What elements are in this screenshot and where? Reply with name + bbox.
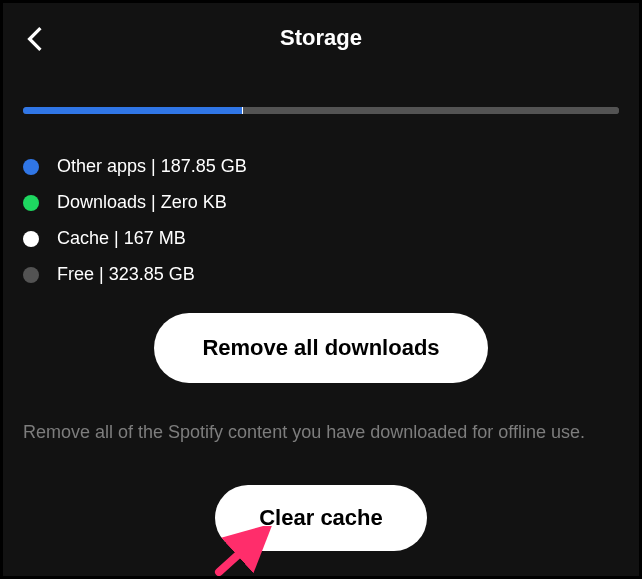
- dot-icon: [23, 231, 39, 247]
- dot-icon: [23, 195, 39, 211]
- clear-cache-button[interactable]: Clear cache: [215, 485, 427, 551]
- legend-label: Downloads | Zero KB: [57, 192, 227, 213]
- back-button[interactable]: [21, 25, 49, 53]
- storage-legend: Other apps | 187.85 GB Downloads | Zero …: [23, 156, 619, 285]
- legend-item-cache: Cache | 167 MB: [23, 228, 619, 249]
- dot-icon: [23, 267, 39, 283]
- legend-label: Cache | 167 MB: [57, 228, 186, 249]
- legend-item-free: Free | 323.85 GB: [23, 264, 619, 285]
- legend-label: Free | 323.85 GB: [57, 264, 195, 285]
- storage-bar: [23, 107, 619, 114]
- storage-bar-free: [243, 107, 619, 114]
- legend-item-other-apps: Other apps | 187.85 GB: [23, 156, 619, 177]
- legend-item-downloads: Downloads | Zero KB: [23, 192, 619, 213]
- storage-bar-other-apps: [23, 107, 242, 114]
- legend-label: Other apps | 187.85 GB: [57, 156, 247, 177]
- dot-icon: [23, 159, 39, 175]
- header: Storage: [3, 3, 639, 57]
- page-title: Storage: [21, 25, 621, 51]
- remove-downloads-description: Remove all of the Spotify content you ha…: [23, 419, 619, 447]
- remove-downloads-button[interactable]: Remove all downloads: [154, 313, 487, 383]
- chevron-left-icon: [24, 26, 46, 52]
